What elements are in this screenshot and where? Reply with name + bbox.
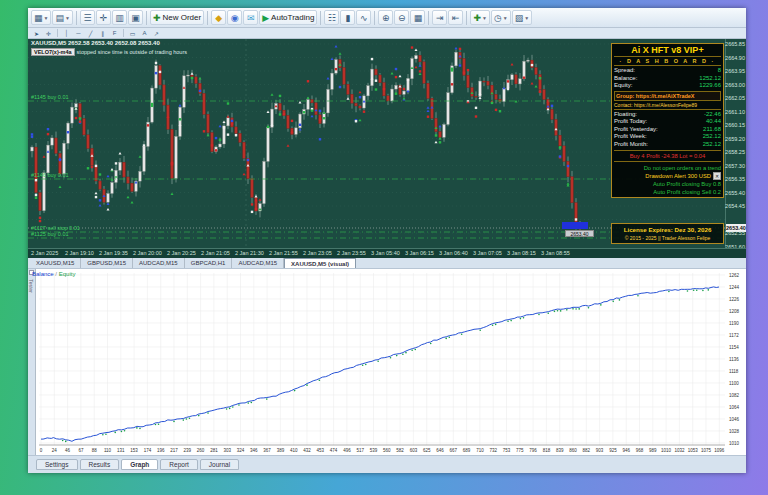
expert-advisors-button[interactable]: ◉ (227, 10, 242, 25)
license-box: License Expires: Dez 30, 2026 © 2015 - 2… (611, 223, 724, 244)
dashboard-profit-rows: Floating:-22.46Profit Today:40.44Profit … (614, 111, 721, 149)
svg-text:710: 710 (476, 448, 484, 453)
dashboard-auto-close-buy: Auto Profit closing Buy 0.8 (614, 180, 721, 188)
chat-button[interactable]: ✉ (243, 10, 258, 25)
zoom-out-button[interactable]: ⊖ (394, 10, 409, 25)
metaeditor-icon: ◆ (215, 13, 222, 23)
dashboard-drawdown-alert: Drawdown Alert 300 USD✕ (614, 172, 721, 180)
fibonacci-button[interactable]: F (109, 29, 120, 38)
chart-tab-1[interactable]: XAUUSD,M15 (30, 258, 81, 268)
chart-candles-button[interactable]: ▮ (340, 10, 355, 25)
svg-text:239: 239 (184, 448, 192, 453)
ea-comment: VELO7(x)-m4a stopped since time is outsi… (31, 48, 187, 56)
price-tick: 2664.90 (725, 55, 745, 61)
new-order-button[interactable]: ✚New Order (150, 10, 204, 25)
metaeditor-button[interactable]: ◆ (211, 10, 226, 25)
line-studies-toolbar: ➤✛│─╱∥F▭A↗ (28, 28, 746, 39)
legend-equity: Equity (59, 271, 76, 277)
terminal-button[interactable]: ▣ (128, 10, 143, 25)
tester-tab-journal[interactable]: Journal (200, 459, 239, 470)
time-tick: 2 Jan 20:00 (133, 250, 162, 256)
cursor-button[interactable]: ➤ (31, 29, 42, 38)
svg-text:753: 753 (503, 448, 511, 453)
svg-text:24: 24 (52, 448, 58, 453)
tile-windows-button[interactable]: ▦ (410, 10, 425, 25)
zoom-in-button[interactable]: ⊕ (378, 10, 393, 25)
price-tick: 2660.15 (725, 122, 745, 128)
toolbar-separator (320, 11, 321, 25)
price-chart-window[interactable]: XAUUSD,M5 2652.58 2653.40 2652.08 2653.4… (28, 39, 746, 248)
data-window-button[interactable]: ✛ (96, 10, 111, 25)
toolbar-separator (123, 29, 124, 37)
svg-text:860: 860 (569, 448, 577, 453)
chart-bars-button[interactable]: ☷ (324, 10, 339, 25)
expert-advisors-icon: ◉ (231, 13, 239, 23)
navigator-button[interactable]: ▥ (112, 10, 127, 25)
svg-text:1244: 1244 (729, 285, 740, 290)
chart-shift-icon: ⇤ (452, 13, 460, 23)
arrows-button[interactable]: ↗ (151, 29, 162, 38)
chart-line-button[interactable]: ∿ (356, 10, 371, 25)
dashboard-row: Balance:1252.12 (614, 75, 721, 83)
chart-tab-2[interactable]: GBPUSD,M15 (81, 258, 133, 268)
tester-tab-settings[interactable]: Settings (36, 459, 78, 470)
close-icon[interactable]: ✕ (713, 172, 721, 180)
chart-bars-icon: ☷ (328, 13, 336, 23)
indicators-button[interactable]: ✚▼ (470, 10, 490, 25)
balance-line (41, 287, 719, 441)
time-tick: 2 Jan 2025 (31, 250, 58, 256)
vertical-line-button[interactable]: │ (61, 29, 72, 38)
chart-tab-3[interactable]: AUDCAD,M15 (133, 258, 185, 268)
dashboard-auto-close-sell: Auto Profit closing Sell 0.2 (614, 188, 721, 196)
price-tick: 2663.00 (725, 82, 745, 88)
dashboard-title: Ai X HFT v8 VIP+ (614, 45, 721, 55)
chart-line-icon: ∿ (360, 13, 368, 23)
svg-text:646: 646 (436, 448, 444, 453)
tester-tab-report[interactable]: Report (160, 459, 198, 470)
dashboard-group-link[interactable]: Group: https://t.me/AiXTradeX (614, 91, 721, 101)
main-toolbar: ▦▼▤▼☰✛▥▣✚New Order◆◉✉▶AutoTrading☷▮∿⊕⊖▦⇥… (28, 8, 746, 28)
shapes-button[interactable]: ▭ (127, 29, 138, 38)
autotrading-button[interactable]: ▶AutoTrading (259, 10, 317, 25)
toolbar-separator (76, 11, 77, 25)
auto-scroll-icon: ⇥ (436, 13, 444, 23)
profiles-icon: ▤ (55, 13, 64, 23)
svg-text:1100: 1100 (729, 381, 739, 386)
fibonacci-icon: F (113, 30, 117, 36)
time-tick: 2 Jan 21:30 (235, 250, 264, 256)
time-tick: 2 Jan 19:35 (99, 250, 128, 256)
profiles-button[interactable]: ▤▼ (52, 10, 72, 25)
tester-tab-results[interactable]: Results (80, 459, 120, 470)
tester-tab-graph[interactable]: Graph (121, 459, 158, 470)
svg-text:432: 432 (303, 448, 311, 453)
dashboard-row: Profit Week:252.12 (614, 133, 721, 141)
channel-button[interactable]: ∥ (97, 29, 108, 38)
dashboard-row: Equity:1229.66 (614, 82, 721, 90)
crosshair-button[interactable]: ✛ (43, 29, 54, 38)
horizontal-line-button[interactable]: ─ (73, 29, 84, 38)
svg-text:324: 324 (237, 448, 245, 453)
svg-text:775: 775 (516, 448, 524, 453)
svg-text:689: 689 (463, 448, 471, 453)
toolbar-separator (57, 29, 58, 37)
periods-button[interactable]: ◷▼ (491, 10, 511, 25)
chart-tab-4[interactable]: GBPCAD,H1 (185, 258, 233, 268)
dashboard-contact-link[interactable]: Contact: https://t.me/AlessonFelipe89 (614, 102, 721, 110)
balance-graph: 0244667881101311531741962172392602813033… (35, 269, 746, 455)
chart-tab-6[interactable]: XAUUSD,M5 (visual) (284, 258, 356, 268)
license-copyright: © 2015 - 2025 || Trader Alesson Felipe (613, 235, 722, 241)
mt4-window: ▦▼▤▼☰✛▥▣✚New Order◆◉✉▶AutoTrading☷▮∿⊕⊖▦⇥… (28, 8, 746, 473)
new-chart-button[interactable]: ▦▼ (31, 10, 51, 25)
periods-icon: ◷ (494, 13, 502, 23)
text-button[interactable]: A (139, 29, 150, 38)
chart-shift-button[interactable]: ⇤ (448, 10, 463, 25)
auto-scroll-button[interactable]: ⇥ (432, 10, 447, 25)
svg-text:174: 174 (144, 448, 152, 453)
trendline-button[interactable]: ╱ (85, 29, 96, 38)
chart-tab-5[interactable]: AUDCAD,M15 (232, 258, 284, 268)
templates-button[interactable]: ▨▼ (512, 10, 532, 25)
market-watch-button[interactable]: ☰ (80, 10, 95, 25)
time-tick: 3 Jan 06:15 (405, 250, 434, 256)
svg-text:67: 67 (78, 448, 84, 453)
svg-text:582: 582 (396, 448, 404, 453)
